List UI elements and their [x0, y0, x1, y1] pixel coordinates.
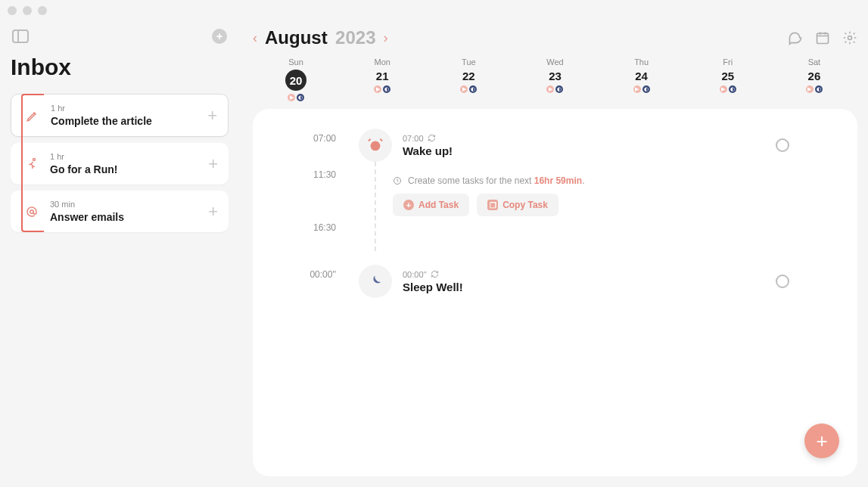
- timeline-panel: 07:00 07:00 Wake up!: [253, 109, 857, 476]
- day-col-tue[interactable]: Tue 22 ▶◐: [425, 57, 512, 101]
- day-num: 23: [549, 70, 562, 82]
- copy-task-button[interactable]: ❐ Copy Task: [477, 194, 558, 216]
- sidebar-toggle-icon[interactable]: [12, 29, 29, 43]
- event-meta: 07:00: [403, 134, 765, 143]
- card-title: Complete the article: [51, 115, 207, 127]
- day-name: Mon: [375, 57, 390, 67]
- day-name: Sat: [808, 57, 821, 67]
- day-num: 24: [635, 70, 648, 82]
- at-icon: [24, 204, 39, 219]
- month-label: August: [265, 27, 328, 48]
- day-name: Wed: [546, 57, 563, 67]
- sidebar: + Inbox 1 hr Complete the article +: [0, 21, 242, 487]
- window-max-dot[interactable]: [38, 6, 47, 15]
- card-duration: 1 hr: [51, 104, 207, 113]
- day-indicators: ▶◐: [806, 85, 823, 93]
- add-inbox-button[interactable]: +: [212, 29, 227, 44]
- run-icon: [24, 157, 39, 172]
- day-indicators: ▶◐: [633, 85, 650, 93]
- card-add-button[interactable]: +: [208, 154, 218, 174]
- day-col-sun[interactable]: Sun 20 ▶◐: [253, 57, 339, 101]
- day-name: Tue: [462, 57, 476, 67]
- card-add-button[interactable]: +: [207, 106, 217, 126]
- time-label: 11:30: [275, 169, 359, 180]
- day-num: 26: [808, 70, 821, 82]
- event-title: Sleep Well!: [403, 281, 765, 293]
- day-num: 25: [721, 70, 734, 82]
- time-label: 07:00: [275, 129, 359, 144]
- main: ‹ August 2023 › Sun: [242, 21, 868, 487]
- day-indicators: ▶◐: [720, 85, 736, 93]
- day-indicators: ▶◐: [460, 85, 477, 93]
- timeline-slot: 11:30: [275, 169, 835, 189]
- event-complete-checkbox[interactable]: [776, 138, 789, 152]
- add-task-button[interactable]: + Add Task: [393, 194, 469, 216]
- calendar-icon[interactable]: [815, 30, 830, 45]
- day-col-sat[interactable]: Sat 26 ▶◐: [771, 57, 857, 101]
- year-label: 2023: [335, 27, 375, 48]
- settings-icon[interactable]: [842, 30, 857, 45]
- copy-icon: ❐: [487, 200, 498, 210]
- plus-icon: +: [403, 200, 414, 210]
- timeline-event-wake[interactable]: 07:00 07:00 Wake up!: [275, 129, 835, 162]
- window-close-dot[interactable]: [8, 6, 17, 15]
- event-title: Wake up!: [403, 144, 765, 157]
- svg-rect-2: [817, 33, 829, 43]
- day-col-mon[interactable]: Mon 21 ▶◐: [339, 57, 425, 101]
- day-indicators: ▶◐: [374, 85, 390, 93]
- timeline-event-sleep[interactable]: 00:00'' 00:00'' Sleep Well!: [275, 265, 835, 298]
- window-controls: [0, 0, 868, 21]
- fab-add-button[interactable]: +: [804, 423, 839, 458]
- inbox-card[interactable]: 1 hr Complete the article +: [11, 94, 229, 137]
- chat-icon[interactable]: [788, 30, 803, 45]
- next-week-button[interactable]: ›: [384, 30, 388, 46]
- inbox-title: Inbox: [11, 54, 229, 80]
- card-add-button[interactable]: +: [208, 202, 218, 222]
- day-num: 20: [285, 70, 306, 91]
- event-meta: 00:00'': [403, 270, 765, 279]
- event-complete-checkbox[interactable]: [776, 275, 789, 288]
- svg-point-4: [371, 141, 381, 151]
- week-row: Sun 20 ▶◐ Mon 21 ▶◐ Tue 22 ▶◐ Wed 23 ▶◐ …: [253, 57, 857, 101]
- day-col-wed[interactable]: Wed 23 ▶◐: [512, 57, 598, 101]
- svg-point-3: [848, 36, 852, 40]
- day-col-fri[interactable]: Fri 25 ▶◐: [685, 57, 771, 101]
- time-label: 00:00'': [275, 265, 359, 280]
- window-min-dot[interactable]: [23, 6, 32, 15]
- inbox-list: 1 hr Complete the article + 1 hr Go for …: [11, 94, 229, 232]
- day-col-thu[interactable]: Thu 24 ▶◐: [599, 57, 685, 101]
- day-name: Thu: [634, 57, 649, 67]
- day-indicators: ▶◐: [546, 85, 563, 93]
- card-duration: 30 min: [50, 200, 208, 209]
- card-duration: 1 hr: [50, 152, 208, 161]
- header: ‹ August 2023 ›: [253, 27, 857, 48]
- prev-week-button[interactable]: ‹: [253, 30, 257, 46]
- day-name: Fri: [723, 57, 733, 67]
- day-num: 21: [376, 70, 389, 82]
- inbox-card[interactable]: 30 min Answer emails +: [11, 191, 229, 232]
- timeline-slot: 16:30: [275, 222, 835, 242]
- pencil-icon: [25, 108, 40, 123]
- timeline-connector: [375, 162, 376, 251]
- card-title: Answer emails: [50, 211, 208, 223]
- alarm-icon: [359, 129, 392, 162]
- moon-icon: [359, 265, 392, 298]
- card-title: Go for a Run!: [50, 163, 208, 175]
- day-num: 22: [462, 70, 475, 82]
- time-label: 16:30: [275, 222, 359, 233]
- svg-point-0: [33, 158, 36, 160]
- day-name: Sun: [288, 57, 303, 67]
- day-indicators: ▶◐: [288, 94, 304, 101]
- inbox-card[interactable]: 1 hr Go for a Run! +: [11, 143, 229, 185]
